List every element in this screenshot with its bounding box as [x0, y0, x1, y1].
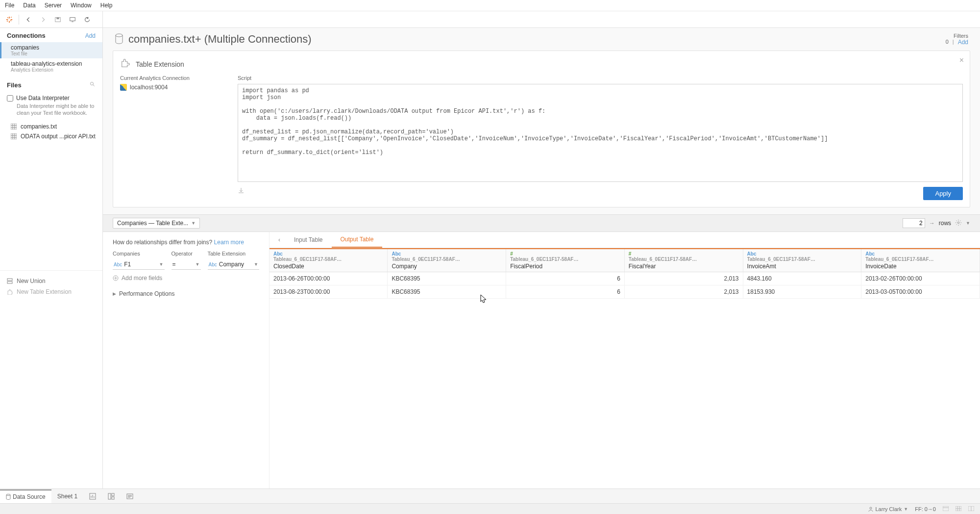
python-icon	[120, 84, 127, 91]
filters-box: Filters 0 | Add	[946, 33, 968, 46]
datasource-tab-icon	[6, 494, 11, 500]
datasource-title[interactable]: companies.txt+ (Multiple Connections)	[128, 33, 312, 46]
status-icon2[interactable]	[956, 506, 961, 512]
tab-sheet1[interactable]: Sheet 1	[51, 490, 83, 503]
status-icon3[interactable]	[968, 506, 974, 512]
grid-icon	[11, 133, 17, 139]
table-row[interactable]: 2013-06-26T00:00:00KBC6839562,0134843.16…	[270, 272, 980, 285]
rel-col2-header: Operator	[172, 251, 201, 257]
col-company[interactable]: AbcTableau_6_0EC11F17-58AF-4E2E-9E...Com…	[388, 249, 506, 272]
refresh-icon[interactable]	[82, 14, 93, 25]
col-fiscalperiod[interactable]: #Tableau_6_0EC11F17-58AF-4E2E-9E...Fisca…	[506, 249, 625, 272]
menu-file[interactable]: File	[5, 2, 14, 9]
rel-question: How do relationships differ from joins?	[113, 239, 212, 246]
file-odata[interactable]: ODATA output ...picor API.txt	[0, 131, 102, 141]
rows-input[interactable]	[903, 218, 925, 228]
rel-operator-select[interactable]: =▼	[172, 259, 201, 270]
insert-icon[interactable]	[238, 187, 245, 200]
svg-rect-14	[112, 493, 114, 496]
toolbar	[0, 11, 980, 28]
rows-label: rows	[939, 220, 951, 227]
status-icon1[interactable]	[943, 506, 949, 512]
svg-rect-1	[56, 17, 59, 19]
new-dashboard-icon[interactable]	[102, 490, 121, 503]
svg-rect-18	[943, 506, 949, 511]
forward-icon[interactable]	[38, 14, 49, 25]
use-data-interpreter-checkbox[interactable]	[7, 95, 13, 102]
add-filter-link[interactable]: Add	[958, 39, 968, 46]
bottom-tabs: Data Source Sheet 1	[0, 488, 980, 503]
data-grid[interactable]: AbcTableau_6_0EC11F17-58AF-4E2E-9E...Clo…	[270, 248, 980, 488]
table-selector[interactable]: Companies — Table Exte... ▼	[113, 218, 200, 229]
new-union-button[interactable]: New Union	[7, 276, 96, 286]
status-ff: FF: 0→0	[915, 506, 936, 512]
col-invoiceamt[interactable]: AbcTableau_6_0EC11F17-58AF-4E2E-9E...Inv…	[743, 249, 861, 272]
svg-rect-7	[7, 282, 12, 283]
script-label: Script	[238, 75, 963, 81]
extension-title: Table Extension	[136, 60, 184, 68]
analytics-conn-value[interactable]: localhost:9004	[120, 84, 228, 91]
sidebar: Connections Add companies Text file tabl…	[0, 28, 103, 488]
connection-analytics-ext[interactable]: tableau-analytics-extension Analytics Ex…	[0, 58, 102, 75]
user-icon	[868, 507, 873, 512]
back-icon[interactable]	[23, 14, 34, 25]
save-icon[interactable]	[52, 14, 63, 25]
user-selector[interactable]: Larry Clark ▼	[868, 506, 908, 512]
svg-point-17	[870, 507, 872, 509]
col-closeddate[interactable]: AbcTableau_6_0EC11F17-58AF-4E2E-9E...Clo…	[270, 249, 388, 272]
svg-rect-5	[11, 133, 17, 139]
settings-icon[interactable]	[955, 219, 962, 228]
svg-point-11	[6, 494, 10, 495]
close-icon[interactable]: ×	[959, 56, 964, 65]
connections-title: Connections	[7, 32, 46, 39]
tab-back-icon[interactable]: ‹	[273, 233, 285, 246]
svg-point-9	[957, 222, 959, 224]
content-area: companies.txt+ (Multiple Connections) Fi…	[103, 28, 980, 488]
tableau-logo-icon[interactable]	[4, 14, 15, 25]
menu-bar: File Data Server Window Help	[0, 0, 980, 11]
add-more-fields-button[interactable]: Add more fields	[113, 275, 259, 282]
menu-server[interactable]: Server	[45, 2, 62, 9]
script-editor[interactable]: import pandas as pd import json with ope…	[238, 84, 963, 182]
connection-companies[interactable]: companies Text file	[0, 42, 102, 58]
menu-help[interactable]: Help	[100, 2, 113, 9]
new-story-icon[interactable]	[121, 490, 139, 503]
tab-output[interactable]: Output Table	[332, 232, 383, 248]
arrow-right-icon[interactable]: →	[929, 220, 935, 227]
datasource-icon	[115, 33, 123, 46]
table-panel: ‹ Input Table Output Table AbcTableau_6_…	[270, 232, 980, 488]
rel-field1-select[interactable]: AbcF1 ▼	[113, 259, 165, 270]
svg-rect-13	[108, 493, 111, 499]
col-fiscalyear[interactable]: #Tableau_6_0EC11F17-58AF-4E2E-9E...Fisca…	[624, 249, 743, 272]
rel-col3-header: Table Extension	[208, 251, 260, 257]
union-icon	[7, 278, 13, 284]
menu-window[interactable]: Window	[71, 2, 92, 9]
tab-data-source[interactable]: Data Source	[0, 489, 51, 503]
relationship-panel: How do relationships differ from joins? …	[103, 232, 270, 488]
svg-point-3	[91, 82, 94, 85]
learn-more-link[interactable]: Learn more	[214, 239, 244, 246]
menu-data[interactable]: Data	[23, 2, 35, 9]
new-worksheet-icon[interactable]	[83, 490, 102, 503]
chevron-down-icon[interactable]: ▼	[966, 221, 970, 226]
rel-field2-select[interactable]: AbcCompany ▼	[208, 259, 260, 270]
device-icon[interactable]	[67, 14, 78, 25]
performance-options-toggle[interactable]: ▶ Performance Options	[113, 290, 259, 297]
col-invoicedate[interactable]: AbcTableau_6_0EC11F17-58AF-4E2E-9E...Inv…	[861, 249, 980, 272]
table-extension-panel: Table Extension × Current Analytics Conn…	[113, 51, 970, 207]
interpreter-hint: Data Interpreter might be able to clean …	[17, 103, 96, 117]
add-connection-link[interactable]: Add	[85, 32, 96, 39]
search-icon[interactable]	[90, 81, 96, 89]
rel-col1-header: Companies	[113, 251, 165, 257]
apply-button[interactable]: Apply	[923, 187, 963, 200]
table-row[interactable]: 2013-08-23T00:00:00KBC6839562,01318153.9…	[270, 285, 980, 299]
grid-icon	[11, 124, 17, 129]
extension-icon	[7, 289, 13, 295]
puzzle-icon	[120, 58, 131, 70]
svg-rect-4	[11, 124, 17, 129]
tab-input[interactable]: Input Table	[285, 232, 332, 247]
new-table-extension-button[interactable]: New Table Extension	[7, 286, 96, 297]
file-companies[interactable]: companies.txt	[0, 122, 102, 131]
svg-rect-15	[112, 497, 114, 499]
svg-point-8	[116, 34, 122, 37]
